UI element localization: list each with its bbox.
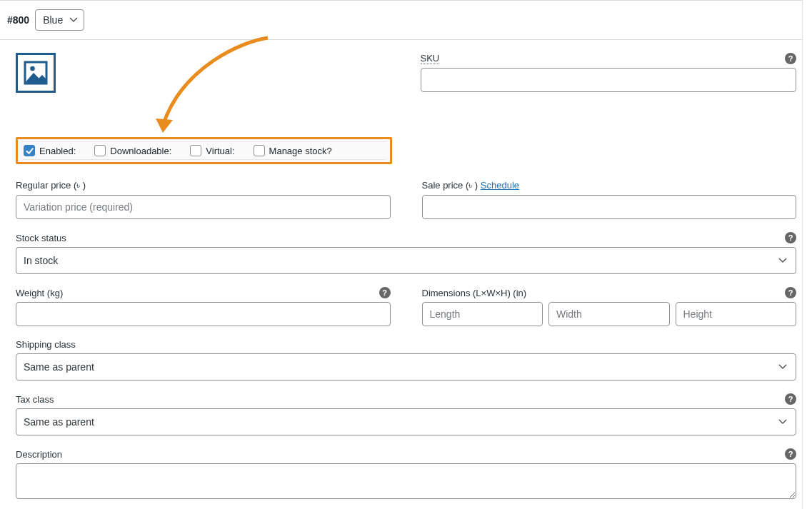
- height-input[interactable]: [676, 302, 797, 326]
- image-icon: [23, 60, 49, 86]
- checkbox-icon: [24, 145, 35, 156]
- sale-price-label: Sale price (৳ ): [422, 180, 478, 191]
- svg-point-1: [30, 66, 35, 71]
- downloadable-checkbox[interactable]: Downloadable:: [94, 145, 171, 156]
- help-icon[interactable]: ?: [785, 232, 796, 243]
- schedule-link[interactable]: Schedule: [481, 180, 519, 191]
- dimensions-label: Dimensions (L×W×H) (in): [422, 288, 527, 298]
- help-icon[interactable]: ?: [785, 287, 796, 298]
- regular-price-input[interactable]: [16, 195, 391, 219]
- help-icon[interactable]: ?: [785, 393, 796, 405]
- weight-input[interactable]: [16, 302, 391, 326]
- shipping-class-select[interactable]: Same as parent: [16, 353, 796, 381]
- manage-stock-checkbox[interactable]: Manage stock?: [254, 145, 332, 156]
- length-input[interactable]: [422, 302, 543, 326]
- checkbox-icon: [190, 145, 201, 156]
- stock-status-select[interactable]: In stock: [16, 247, 796, 274]
- sku-label: SKU: [421, 53, 440, 64]
- shipping-class-label: Shipping class: [16, 339, 76, 350]
- tax-class-label: Tax class: [16, 394, 54, 405]
- variation-flags-group: Enabled: Downloadable: Virtual: Manage s…: [16, 137, 392, 164]
- regular-price-label: Regular price (৳ ): [16, 180, 86, 191]
- width-input[interactable]: [548, 302, 670, 326]
- variation-image-upload[interactable]: [16, 53, 56, 93]
- variation-panel: Enabled: Downloadable: Virtual: Manage s…: [0, 39, 812, 509]
- tax-class-select[interactable]: Same as parent: [16, 408, 796, 435]
- virtual-label: Virtual:: [206, 146, 234, 156]
- description-label: Description: [16, 449, 62, 460]
- virtual-checkbox[interactable]: Virtual:: [190, 145, 234, 156]
- manage-stock-label: Manage stock?: [269, 146, 332, 156]
- checkbox-icon: [94, 145, 106, 156]
- help-icon[interactable]: ?: [379, 287, 391, 298]
- help-icon[interactable]: ?: [785, 448, 796, 460]
- checkbox-icon: [254, 145, 265, 156]
- enabled-checkbox[interactable]: Enabled:: [24, 145, 76, 156]
- variation-header: #800 Blue: [0, 0, 812, 40]
- help-icon[interactable]: ?: [785, 53, 796, 64]
- scrollbar-track[interactable]: [802, 0, 812, 509]
- variation-id-label: #800: [7, 14, 29, 26]
- sale-price-input[interactable]: [422, 195, 797, 219]
- enabled-label: Enabled:: [39, 146, 76, 156]
- downloadable-label: Downloadable:: [110, 146, 171, 156]
- description-textarea[interactable]: [16, 463, 796, 499]
- weight-label: Weight (kg): [16, 288, 63, 298]
- sku-input[interactable]: [421, 68, 797, 92]
- attribute-select[interactable]: Blue: [35, 9, 84, 31]
- stock-status-label: Stock status: [16, 233, 66, 243]
